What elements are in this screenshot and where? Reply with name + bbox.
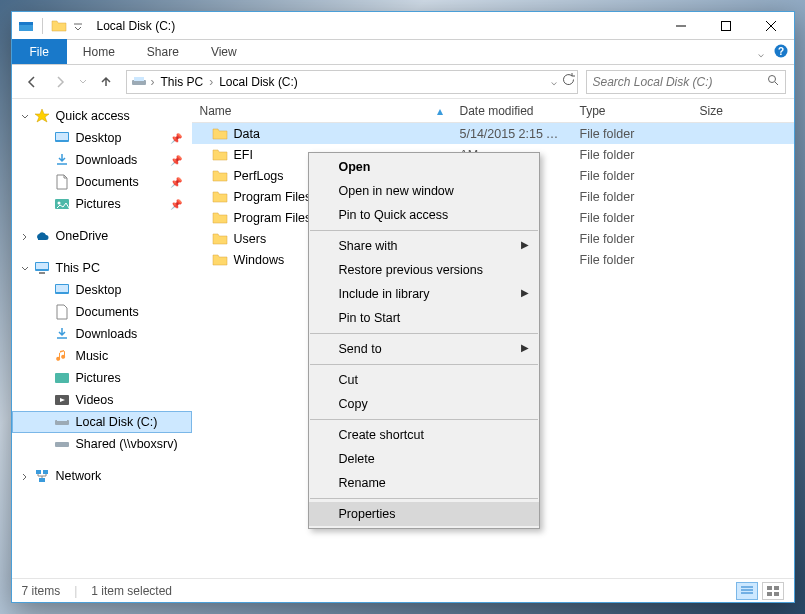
column-size[interactable]: Size bbox=[692, 104, 772, 118]
table-row[interactable]: Data5/14/2015 2:15 AMFile folder bbox=[192, 123, 794, 144]
nav-label: Downloads bbox=[76, 327, 138, 341]
column-type[interactable]: Type bbox=[572, 104, 692, 118]
search-input[interactable] bbox=[593, 75, 779, 89]
svg-rect-14 bbox=[39, 272, 45, 274]
ctx-include-library[interactable]: Include in library▶ bbox=[309, 282, 539, 306]
address-dropdown-icon[interactable]: ⌵ bbox=[551, 76, 557, 87]
folder-icon bbox=[212, 148, 228, 162]
nav-pictures[interactable]: Pictures📌 bbox=[12, 193, 192, 215]
breadcrumb-item[interactable]: This PC bbox=[157, 75, 208, 89]
maximize-button[interactable] bbox=[704, 12, 749, 40]
ctx-send-to[interactable]: Send to▶ bbox=[309, 337, 539, 361]
nav-label: Downloads bbox=[76, 153, 138, 167]
search-box[interactable] bbox=[586, 70, 786, 94]
context-menu: Open Open in new window Pin to Quick acc… bbox=[308, 152, 540, 529]
tab-view[interactable]: View bbox=[195, 39, 253, 64]
refresh-icon[interactable] bbox=[561, 73, 575, 90]
minimize-button[interactable] bbox=[659, 12, 704, 40]
svg-rect-6 bbox=[134, 77, 144, 81]
nav-downloads[interactable]: Downloads📌 bbox=[12, 149, 192, 171]
nav-pc-documents[interactable]: Documents bbox=[12, 301, 192, 323]
separator bbox=[310, 498, 538, 499]
separator bbox=[310, 230, 538, 231]
nav-pc-shared[interactable]: Shared (\\vboxsrv) bbox=[12, 433, 192, 455]
chevron-right-icon[interactable] bbox=[20, 231, 30, 241]
svg-rect-13 bbox=[36, 263, 48, 269]
ctx-pin-quick-access[interactable]: Pin to Quick access bbox=[309, 203, 539, 227]
nav-label: Pictures bbox=[76, 197, 121, 211]
nav-desktop[interactable]: Desktop📌 bbox=[12, 127, 192, 149]
column-date[interactable]: Date modified bbox=[452, 104, 572, 118]
nav-label: This PC bbox=[56, 261, 100, 275]
forward-button[interactable] bbox=[48, 70, 72, 94]
desktop-icon bbox=[54, 130, 70, 146]
breadcrumb-item[interactable]: Local Disk (C:) bbox=[215, 75, 302, 89]
search-icon[interactable] bbox=[767, 74, 779, 89]
pictures-icon bbox=[54, 196, 70, 212]
close-button[interactable] bbox=[749, 12, 794, 40]
separator bbox=[310, 333, 538, 334]
chevron-right-icon[interactable]: › bbox=[207, 75, 215, 89]
divider bbox=[42, 18, 43, 34]
svg-rect-27 bbox=[767, 592, 772, 596]
ctx-label: Include in library bbox=[339, 287, 430, 301]
ctx-open[interactable]: Open bbox=[309, 155, 539, 179]
folder-icon[interactable] bbox=[51, 18, 67, 34]
ctx-cut[interactable]: Cut bbox=[309, 368, 539, 392]
tab-home[interactable]: Home bbox=[67, 39, 131, 64]
ctx-open-new-window[interactable]: Open in new window bbox=[309, 179, 539, 203]
dropdown-icon[interactable] bbox=[73, 18, 83, 34]
nav-label: Desktop bbox=[76, 131, 122, 145]
up-button[interactable] bbox=[94, 70, 118, 94]
ctx-pin-start[interactable]: Pin to Start bbox=[309, 306, 539, 330]
nav-label: Network bbox=[56, 469, 102, 483]
file-tab[interactable]: File bbox=[12, 39, 67, 64]
view-large-icons-button[interactable] bbox=[762, 582, 784, 600]
back-button[interactable] bbox=[20, 70, 44, 94]
tab-share[interactable]: Share bbox=[131, 39, 195, 64]
nav-pc-music[interactable]: Music bbox=[12, 345, 192, 367]
ctx-create-shortcut[interactable]: Create shortcut bbox=[309, 423, 539, 447]
ctx-properties[interactable]: Properties bbox=[309, 502, 539, 526]
folder-icon bbox=[212, 127, 228, 141]
address-bar[interactable]: › This PC › Local Disk (C:) ⌵ bbox=[126, 70, 578, 94]
column-headers: Name▴ Date modified Type Size bbox=[192, 99, 794, 123]
ctx-rename[interactable]: Rename bbox=[309, 471, 539, 495]
nav-pc-videos[interactable]: Videos bbox=[12, 389, 192, 411]
expand-ribbon-icon[interactable]: ⌵ bbox=[758, 48, 764, 59]
nav-pc-local-disk[interactable]: Local Disk (C:) bbox=[12, 411, 192, 433]
nav-quick-access[interactable]: Quick access bbox=[12, 105, 192, 127]
chevron-down-icon[interactable] bbox=[20, 111, 30, 121]
cell-date: 5/14/2015 2:15 AM bbox=[452, 127, 572, 141]
chevron-right-icon[interactable] bbox=[20, 471, 30, 481]
navigation-bar: › This PC › Local Disk (C:) ⌵ bbox=[12, 65, 794, 99]
nav-label: Quick access bbox=[56, 109, 130, 123]
network-icon bbox=[34, 468, 50, 484]
ctx-delete[interactable]: Delete bbox=[309, 447, 539, 471]
view-details-button[interactable] bbox=[736, 582, 758, 600]
svg-rect-17 bbox=[55, 373, 69, 383]
nav-documents[interactable]: Documents📌 bbox=[12, 171, 192, 193]
column-name[interactable]: Name▴ bbox=[192, 104, 452, 118]
ctx-share-with[interactable]: Share with▶ bbox=[309, 234, 539, 258]
nav-label: Desktop bbox=[76, 283, 122, 297]
nav-pc-desktop[interactable]: Desktop bbox=[12, 279, 192, 301]
nav-this-pc[interactable]: This PC bbox=[12, 257, 192, 279]
help-icon[interactable]: ? bbox=[774, 44, 788, 62]
ctx-copy[interactable]: Copy bbox=[309, 392, 539, 416]
ctx-restore-versions[interactable]: Restore previous versions bbox=[309, 258, 539, 282]
svg-text:?: ? bbox=[777, 46, 783, 57]
cell-name: Data bbox=[192, 127, 452, 141]
nav-pc-downloads[interactable]: Downloads bbox=[12, 323, 192, 345]
documents-icon bbox=[54, 174, 70, 190]
nav-label: Music bbox=[76, 349, 109, 363]
recent-dropdown[interactable] bbox=[76, 70, 90, 94]
nav-onedrive[interactable]: OneDrive bbox=[12, 225, 192, 247]
svg-point-11 bbox=[57, 202, 60, 205]
nav-pc-pictures[interactable]: Pictures bbox=[12, 367, 192, 389]
cell-type: File folder bbox=[572, 232, 692, 246]
chevron-right-icon[interactable]: › bbox=[149, 75, 157, 89]
chevron-down-icon[interactable] bbox=[20, 263, 30, 273]
documents-icon bbox=[54, 304, 70, 320]
nav-network[interactable]: Network bbox=[12, 465, 192, 487]
